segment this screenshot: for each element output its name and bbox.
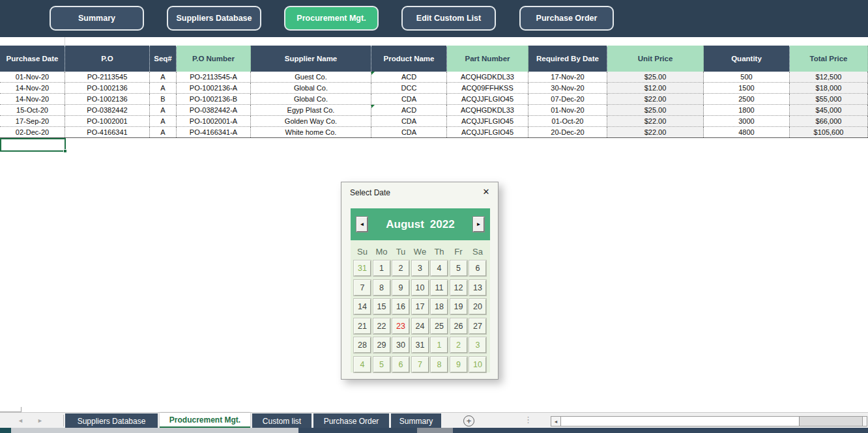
cell-seq[interactable]: A (150, 83, 177, 93)
day-button-6[interactable]: 6 (392, 357, 409, 372)
column-header-supplier-name[interactable]: Supplier Name (251, 46, 371, 72)
toolbar-button-summary[interactable]: Summary (50, 6, 144, 31)
cell-seq[interactable]: A (150, 72, 177, 82)
day-button-20[interactable]: 20 (469, 299, 486, 314)
selected-cell[interactable] (0, 138, 66, 152)
sheet-tab-summary[interactable]: Summary (391, 413, 441, 428)
cell-seq[interactable]: A (150, 127, 177, 137)
cell-p-o[interactable]: PO-1002001 (65, 116, 150, 126)
cell-p-o-number[interactable]: PO-1002136-B (177, 94, 251, 104)
day-button-29[interactable]: 29 (373, 337, 390, 353)
cell-p-o-number[interactable]: PO-1002001-A (177, 116, 251, 126)
cell-p-o[interactable]: PO-0382442 (65, 105, 150, 115)
cell-total-price[interactable]: $55,000 (790, 94, 868, 104)
new-sheet-button[interactable]: + (463, 415, 474, 426)
cell-p-o-number[interactable]: PO-1002136-A (177, 83, 251, 93)
day-button-17[interactable]: 17 (412, 299, 429, 314)
day-button-28[interactable]: 28 (354, 337, 371, 353)
day-button-25[interactable]: 25 (431, 318, 448, 334)
day-button-8[interactable]: 8 (373, 280, 390, 296)
day-button-31[interactable]: 31 (412, 337, 429, 353)
cell-unit-price[interactable]: $25.00 (607, 72, 704, 82)
day-button-1[interactable]: 1 (373, 260, 390, 276)
column-header-part-number[interactable]: Part Number (447, 46, 528, 72)
cell-supplier-name[interactable]: Global Co. (251, 94, 371, 104)
cell-required-by-date[interactable]: 30-Nov-20 (528, 83, 607, 93)
column-header-p-o-number[interactable]: P.O Number (177, 46, 251, 72)
cell-purchase-date[interactable]: 14-Nov-20 (0, 94, 65, 104)
next-month-button[interactable]: ► (473, 217, 484, 232)
cell-unit-price[interactable]: $25.00 (607, 105, 704, 115)
cell-total-price[interactable]: $18,000 (790, 83, 868, 93)
day-button-31[interactable]: 31 (354, 260, 371, 276)
close-icon[interactable]: ✕ (480, 186, 493, 199)
day-button-30[interactable]: 30 (392, 337, 409, 353)
cell-product-name[interactable]: CDA (371, 127, 447, 137)
cell-product-name[interactable]: CDA (371, 94, 447, 104)
cell-quantity[interactable]: 4800 (704, 127, 790, 137)
cell-unit-price[interactable]: $12.00 (607, 83, 704, 93)
day-button-18[interactable]: 18 (431, 299, 448, 314)
cell-part-number[interactable]: ACQJJFLGIO45 (447, 94, 528, 104)
day-button-27[interactable]: 27 (469, 318, 486, 334)
cell-part-number[interactable]: ACQJJFLGIO45 (447, 116, 528, 126)
day-button-4[interactable]: 4 (431, 260, 448, 276)
day-button-24[interactable]: 24 (412, 318, 429, 334)
day-button-7[interactable]: 7 (354, 280, 371, 296)
sheet-tab-purchase-order[interactable]: Purchase Order (313, 413, 389, 428)
cell-total-price[interactable]: $66,000 (790, 116, 868, 126)
cell-unit-price[interactable]: $22.00 (607, 94, 704, 104)
cell-purchase-date[interactable]: 17-Sep-20 (0, 116, 65, 126)
tab-scroll-left-icon[interactable]: ◄ (18, 417, 23, 424)
column-header-product-name[interactable]: Product Name (371, 46, 447, 72)
scrollbar-thumb[interactable] (561, 417, 800, 426)
cell-required-by-date[interactable]: 01-Oct-20 (528, 116, 607, 126)
day-button-2[interactable]: 2 (392, 260, 409, 276)
cell-supplier-name[interactable]: Golden Way Co. (251, 116, 371, 126)
cell-required-by-date[interactable]: 17-Nov-20 (528, 72, 607, 82)
cell-purchase-date[interactable]: 15-Oct-20 (0, 105, 65, 115)
cell-p-o-number[interactable]: PO-2113545-A (177, 72, 251, 82)
cell-supplier-name[interactable]: Guest Co. (251, 72, 371, 82)
cell-purchase-date[interactable]: 01-Nov-20 (0, 72, 65, 82)
cell-unit-price[interactable]: $22.00 (607, 116, 704, 126)
cell-quantity[interactable]: 2500 (704, 94, 790, 104)
cell-product-name[interactable]: DCC (371, 83, 447, 93)
cell-product-name[interactable]: CDA (371, 116, 447, 126)
cell-product-name[interactable]: ACD (371, 105, 447, 115)
day-button-2[interactable]: 2 (450, 337, 467, 353)
day-button-13[interactable]: 13 (469, 280, 486, 296)
cell-p-o[interactable]: PO-2113545 (65, 72, 150, 82)
column-header-purchase-date[interactable]: Purchase Date (0, 46, 65, 72)
day-button-9[interactable]: 9 (450, 357, 467, 372)
cell-quantity[interactable]: 1500 (704, 83, 790, 93)
cell-unit-price[interactable]: $22.00 (607, 127, 704, 137)
day-button-7[interactable]: 7 (412, 357, 429, 372)
day-button-8[interactable]: 8 (431, 357, 448, 372)
cell-total-price[interactable]: $12,500 (790, 72, 868, 82)
column-header-unit-price[interactable]: Unit Price (607, 46, 704, 72)
day-button-12[interactable]: 12 (450, 280, 467, 296)
day-button-10[interactable]: 10 (469, 357, 486, 372)
toolbar-button-purchase-order[interactable]: Purchase Order (519, 6, 614, 31)
cell-seq[interactable]: A (150, 105, 177, 115)
cell-p-o[interactable]: PO-1002136 (65, 94, 150, 104)
cell-total-price[interactable]: $45,000 (790, 105, 868, 115)
sheet-tab-suppliers-database[interactable]: Suppliers Database (65, 413, 158, 428)
column-header-quantity[interactable]: Quantity (704, 46, 790, 72)
horizontal-scrollbar[interactable]: ◄ (551, 416, 867, 426)
cell-purchase-date[interactable]: 02-Dec-20 (0, 127, 65, 137)
scrollbar-resize-handle[interactable]: ⋮ (524, 415, 532, 425)
toolbar-button-procurement-mgt[interactable]: Procurement Mgt. (284, 6, 379, 31)
day-button-1[interactable]: 1 (431, 337, 448, 353)
day-button-23[interactable]: 23 (392, 318, 409, 334)
cell-p-o[interactable]: PO-1002136 (65, 83, 150, 93)
day-button-5[interactable]: 5 (450, 260, 467, 276)
scroll-left-arrow-icon[interactable]: ◄ (551, 417, 561, 426)
scrollbar-track[interactable] (800, 417, 862, 426)
cell-quantity[interactable]: 1800 (704, 105, 790, 115)
cell-required-by-date[interactable]: 01-Nov-20 (528, 105, 607, 115)
cell-part-number[interactable]: ACQHGDKDL33 (447, 72, 528, 82)
day-button-19[interactable]: 19 (450, 299, 467, 314)
day-button-26[interactable]: 26 (450, 318, 467, 334)
